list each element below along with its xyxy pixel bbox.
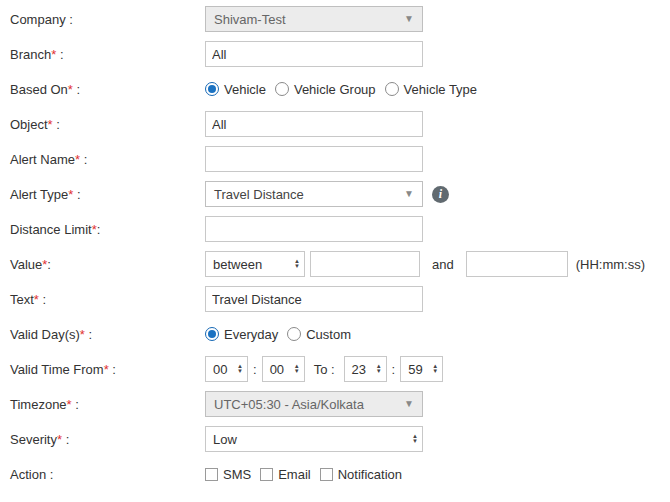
branch-label: Branch* : bbox=[10, 47, 205, 62]
field-row-valid-time: Valid Time From* : 00 ▲▼ : 00 ▲▼ To : 23… bbox=[10, 356, 670, 382]
text-label: Text* : bbox=[10, 292, 205, 307]
field-row-object: Object* : bbox=[10, 111, 670, 137]
alert-type-dropdown[interactable]: Travel Distance ▼ bbox=[205, 181, 423, 207]
field-row-company: Company : Shivam-Test ▼ bbox=[10, 6, 670, 32]
field-row-based-on: Based On* : Vehicle Vehicle Group Vehicl… bbox=[10, 76, 670, 102]
field-row-action: Action : SMS Email Notification bbox=[10, 461, 670, 487]
from-minute-select[interactable]: 00 ▲▼ bbox=[262, 356, 305, 382]
alert-name-label: Alert Name* : bbox=[10, 152, 205, 167]
company-dropdown: Shivam-Test ▼ bbox=[205, 6, 423, 32]
radio-button-icon[interactable] bbox=[385, 82, 399, 96]
value-operator-value: between bbox=[213, 257, 262, 272]
checkbox-sms-label: SMS bbox=[223, 467, 251, 482]
field-row-text: Text* : bbox=[10, 286, 670, 312]
radio-everyday-label: Everyday bbox=[224, 327, 278, 342]
select-arrows-icon: ▲▼ bbox=[294, 364, 300, 374]
object-label: Object* : bbox=[10, 117, 205, 132]
alert-config-form: Company : Shivam-Test ▼ Branch* : Based … bbox=[0, 0, 670, 487]
value-label: Value*: bbox=[10, 257, 205, 272]
radio-vehicle-group[interactable]: Vehicle Group bbox=[275, 82, 376, 97]
based-on-label: Based On* : bbox=[10, 82, 205, 97]
chevron-down-icon: ▼ bbox=[404, 14, 414, 24]
company-dropdown-value: Shivam-Test bbox=[214, 12, 286, 27]
severity-select-value: Low bbox=[213, 432, 237, 447]
checkbox-icon[interactable] bbox=[320, 468, 333, 481]
field-row-timezone: Timezone* : UTC+05:30 - Asia/Kolkata ▼ bbox=[10, 391, 670, 417]
field-row-severity: Severity* : Low ▲▼ bbox=[10, 426, 670, 452]
text-input[interactable] bbox=[205, 286, 423, 312]
checkbox-notification[interactable]: Notification bbox=[320, 467, 402, 482]
select-arrows-icon: ▲▼ bbox=[412, 434, 418, 444]
radio-vehicle-label: Vehicle bbox=[224, 82, 266, 97]
radio-button-icon[interactable] bbox=[205, 327, 219, 341]
timezone-label: Timezone* : bbox=[10, 397, 205, 412]
radio-vehicle[interactable]: Vehicle bbox=[205, 82, 266, 97]
chevron-down-icon: ▼ bbox=[404, 189, 414, 199]
to-minute-select[interactable]: 59 ▲▼ bbox=[400, 356, 443, 382]
checkbox-email-label: Email bbox=[278, 467, 311, 482]
company-label: Company : bbox=[10, 12, 205, 27]
field-row-alert-name: Alert Name* : bbox=[10, 146, 670, 172]
chevron-down-icon: ▼ bbox=[404, 399, 414, 409]
field-row-valid-days: Valid Day(s)* : Everyday Custom bbox=[10, 321, 670, 347]
field-row-branch: Branch* : bbox=[10, 41, 670, 67]
select-arrows-icon: ▲▼ bbox=[237, 364, 243, 374]
checkbox-icon[interactable] bbox=[205, 468, 218, 481]
valid-time-label: Valid Time From* : bbox=[10, 362, 205, 377]
branch-input[interactable] bbox=[205, 41, 423, 67]
info-icon[interactable]: i bbox=[432, 186, 449, 203]
checkbox-sms[interactable]: SMS bbox=[205, 467, 251, 482]
value-format-hint: (HH:mm:ss) bbox=[576, 257, 645, 272]
select-arrows-icon: ▲▼ bbox=[432, 364, 438, 374]
radio-vehicle-type-label: Vehicle Type bbox=[404, 82, 477, 97]
alert-type-label: Alert Type* : bbox=[10, 187, 205, 202]
distance-limit-label: Distance Limit*: bbox=[10, 222, 205, 237]
severity-select[interactable]: Low ▲▼ bbox=[205, 426, 423, 452]
value-and-text: and bbox=[432, 257, 454, 272]
checkbox-email[interactable]: Email bbox=[260, 467, 311, 482]
value-operator-select[interactable]: between ▲▼ bbox=[205, 251, 305, 277]
select-arrows-icon: ▲▼ bbox=[376, 364, 382, 374]
timezone-dropdown-value: UTC+05:30 - Asia/Kolkata bbox=[214, 397, 364, 412]
timezone-dropdown: UTC+05:30 - Asia/Kolkata ▼ bbox=[205, 391, 423, 417]
from-hour-select[interactable]: 00 ▲▼ bbox=[205, 356, 248, 382]
value-from-input[interactable] bbox=[310, 251, 420, 277]
object-input[interactable] bbox=[205, 111, 423, 137]
field-row-distance-limit: Distance Limit*: bbox=[10, 216, 670, 242]
alert-name-input[interactable] bbox=[205, 146, 423, 172]
field-row-alert-type: Alert Type* : Travel Distance ▼ i bbox=[10, 181, 670, 207]
value-to-input[interactable] bbox=[466, 251, 568, 277]
radio-button-icon[interactable] bbox=[275, 82, 289, 96]
valid-time-to-label: To : bbox=[314, 362, 335, 377]
alert-type-dropdown-value: Travel Distance bbox=[214, 187, 304, 202]
checkbox-notification-label: Notification bbox=[338, 467, 402, 482]
time-separator: : bbox=[253, 362, 257, 377]
radio-button-icon[interactable] bbox=[287, 327, 301, 341]
radio-vehicle-type[interactable]: Vehicle Type bbox=[385, 82, 477, 97]
valid-days-label: Valid Day(s)* : bbox=[10, 327, 205, 342]
radio-custom-label: Custom bbox=[306, 327, 351, 342]
time-separator: : bbox=[392, 362, 396, 377]
severity-label: Severity* : bbox=[10, 432, 205, 447]
radio-everyday[interactable]: Everyday bbox=[205, 327, 278, 342]
radio-button-icon[interactable] bbox=[205, 82, 219, 96]
checkbox-icon[interactable] bbox=[260, 468, 273, 481]
radio-custom[interactable]: Custom bbox=[287, 327, 351, 342]
distance-limit-input[interactable] bbox=[205, 216, 423, 242]
action-label: Action : bbox=[10, 467, 205, 482]
to-hour-select[interactable]: 23 ▲▼ bbox=[344, 356, 387, 382]
select-arrows-icon: ▲▼ bbox=[294, 259, 300, 269]
field-row-value: Value*: between ▲▼ and (HH:mm:ss) bbox=[10, 251, 670, 277]
radio-vehicle-group-label: Vehicle Group bbox=[294, 82, 376, 97]
